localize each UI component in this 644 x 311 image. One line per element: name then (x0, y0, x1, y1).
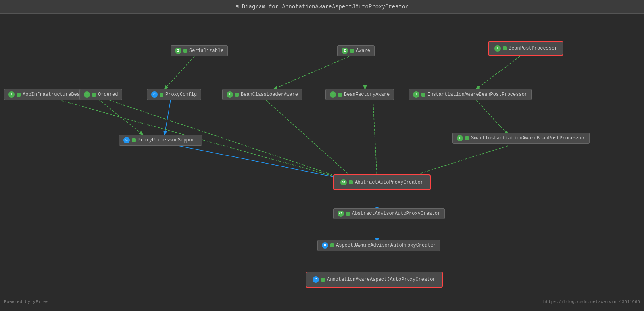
icon-leaf (17, 93, 21, 97)
icon-leaf (132, 138, 136, 142)
svg-line-7 (476, 100, 508, 135)
icon-leaf (92, 93, 96, 97)
node-instantiation-aware-bean-post-processor[interactable]: I InstantiationAwareBeanPostProcessor (409, 89, 532, 100)
icon-class: C (313, 276, 319, 283)
node-label: BeanClassLoaderAware (241, 92, 298, 97)
node-label: AopInfrastructureBean (23, 92, 83, 97)
title-text: Diagram for AnnotationAwareAspectJAutoPr… (242, 4, 409, 10)
icon-class: C (123, 137, 130, 143)
icon-interface: I (84, 91, 90, 98)
icon-leaf (321, 278, 325, 282)
icon-leaf (350, 49, 354, 53)
node-label: ProxyConfig (165, 92, 197, 97)
node-aop-infrastructure-bean[interactable]: I AopInfrastructureBean (4, 89, 87, 100)
icon-interface: I (413, 91, 419, 98)
node-label: AspectJAwareAdvisorAutoProxyCreator (336, 243, 436, 248)
icon-interface: I (227, 91, 233, 98)
icon-interface: I (8, 91, 15, 98)
icon-leaf (349, 180, 353, 184)
node-ordered[interactable]: I Ordered (79, 89, 122, 100)
svg-line-4 (274, 56, 349, 89)
footer-left: Powered by yFiles (4, 299, 48, 304)
connections-svg (0, 14, 644, 307)
node-label: ProxyProcessorSupport (138, 137, 198, 143)
icon-leaf (338, 93, 342, 97)
icon-leaf (346, 212, 350, 216)
icon-class: C (322, 242, 328, 249)
node-label: AbstractAutoProxyCreator (355, 180, 423, 185)
node-beanpostprocessor[interactable]: I BeanPostProcessor (488, 41, 563, 56)
svg-line-2 (165, 100, 171, 135)
node-label: AnnotationAwareAspectJAutoProxyCreator (327, 277, 436, 282)
diagram-icon: ⊞ (235, 3, 238, 10)
title-bar: ⊞ Diagram for AnnotationAwareAspectJAuto… (0, 0, 644, 14)
icon-class: C (151, 91, 158, 98)
icon-interface: I (342, 48, 348, 54)
node-label: InstantiationAwareBeanPostProcessor (427, 92, 527, 97)
node-aspectj-aware-advisor-auto-proxy-creator[interactable]: C AspectJAwareAdvisorAutoProxyCreator (317, 240, 440, 251)
icon-interface: I (330, 91, 336, 98)
node-proxy-processor-support[interactable]: C ProxyProcessorSupport (119, 135, 202, 146)
icon-leaf (183, 49, 187, 53)
node-abstract-auto-proxy-creator[interactable]: CI AbstractAutoProxyCreator (333, 174, 431, 190)
node-label: BeanFactoryAware (344, 92, 390, 97)
node-abstract-advisor-auto-proxy-creator[interactable]: CI AbstractAdvisorAutoProxyCreator (333, 208, 445, 219)
svg-line-11 (405, 146, 508, 178)
footer-right: https://blog.csdn.net/weixin_43911969 (543, 299, 640, 304)
icon-leaf (421, 93, 425, 97)
node-label: Aware (356, 48, 370, 54)
svg-line-0 (165, 56, 194, 89)
node-serializable[interactable]: I Serializable (171, 45, 228, 56)
icon-leaf (235, 93, 239, 97)
svg-line-12 (179, 146, 341, 178)
svg-line-6 (476, 56, 520, 89)
node-label: BeanPostProcessor (509, 46, 557, 51)
icon-leaf (465, 136, 469, 140)
node-label: AbstractAdvisorAutoProxyCreator (352, 211, 440, 216)
node-label: SmartInstantiationAwareBeanPostProcessor (471, 135, 585, 141)
node-annotation-aware-aspectj-auto-proxy-creator[interactable]: C AnnotationAwareAspectJAutoProxyCreator (306, 272, 443, 288)
icon-interface: I (457, 135, 463, 141)
icon-interface: I (175, 48, 181, 54)
diagram-area: I Serializable I Aware I BeanPostProcess… (0, 14, 644, 307)
icon-interface: I (494, 45, 501, 52)
node-aware[interactable]: I Aware (337, 45, 375, 56)
svg-line-1 (95, 97, 143, 135)
icon-leaf (330, 243, 334, 247)
svg-line-3 (266, 100, 353, 178)
node-smart-instantiation-aware-bean-post-processor[interactable]: I SmartInstantiationAwareBeanPostProcess… (452, 133, 590, 144)
node-label: Serializable (189, 48, 223, 54)
node-bean-factory-aware[interactable]: I BeanFactoryAware (325, 89, 394, 100)
svg-line-10 (373, 100, 377, 178)
icon-class: CI (338, 211, 344, 217)
icon-leaf (503, 46, 507, 50)
icon-leaf (160, 93, 163, 97)
node-proxy-config[interactable]: C ProxyConfig (147, 89, 201, 100)
node-bean-classloader-aware[interactable]: I BeanClassLoaderAware (222, 89, 302, 100)
icon-class: CI (340, 179, 347, 185)
node-label: Ordered (98, 92, 118, 97)
